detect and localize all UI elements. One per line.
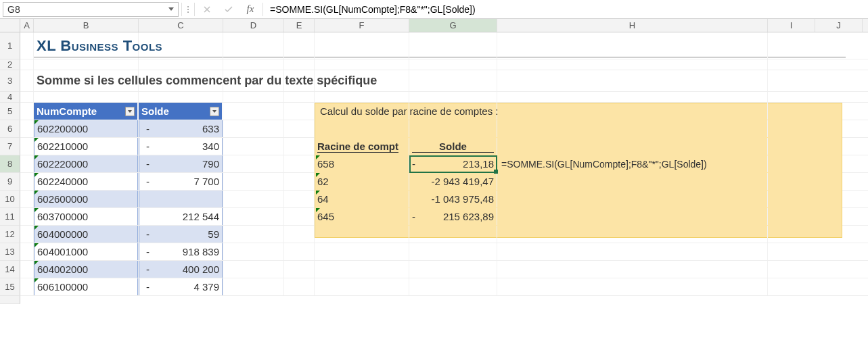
filter-icon[interactable] <box>210 107 219 116</box>
table-header-solde[interactable]: Solde <box>139 103 223 120</box>
table-row[interactable]: 604001000 <box>34 243 139 260</box>
yb-racine-cell[interactable]: 64 <box>315 191 409 207</box>
cell[interactable] <box>409 120 497 137</box>
cell[interactable] <box>315 278 409 295</box>
filter-icon[interactable] <box>125 107 135 116</box>
table-row[interactable]: 212 544 <box>139 208 223 225</box>
row-header-9[interactable]: 9 <box>0 173 20 191</box>
yb-racine-cell[interactable]: 658 <box>315 155 409 172</box>
cell[interactable] <box>497 226 768 243</box>
cell[interactable] <box>284 120 315 137</box>
yellow-box-title-cell[interactable]: Calcul du solde par racine de comptes : <box>315 103 409 120</box>
cell[interactable] <box>284 70 315 91</box>
cell[interactable] <box>223 173 284 190</box>
cell[interactable] <box>223 226 284 243</box>
yb-solde-cell[interactable]: -2 943 419,47 <box>409 173 497 190</box>
cell[interactable] <box>409 261 497 278</box>
cell[interactable] <box>497 32 768 59</box>
cell[interactable] <box>223 138 284 155</box>
cell[interactable] <box>284 243 315 260</box>
cancel-formula-button[interactable] <box>198 2 216 17</box>
name-box[interactable]: G8 <box>3 2 179 17</box>
row-header-15[interactable]: 15 <box>0 278 20 296</box>
cell[interactable] <box>409 70 497 91</box>
chevron-down-icon[interactable] <box>168 7 174 11</box>
subtitle-cell[interactable]: Somme si les cellules commencent par du … <box>34 70 139 91</box>
cell[interactable] <box>409 32 497 59</box>
table-row[interactable]: -59 <box>139 226 223 243</box>
cell[interactable] <box>284 226 315 243</box>
yb-racine-cell[interactable]: 62 <box>315 173 409 190</box>
col-header-I[interactable]: I <box>768 19 815 32</box>
cell[interactable] <box>315 59 409 70</box>
cell[interactable] <box>284 155 315 172</box>
table-row[interactable]: 604002000 <box>34 261 139 278</box>
cell[interactable] <box>223 92 284 102</box>
cell[interactable] <box>20 59 34 70</box>
cell[interactable] <box>497 278 768 295</box>
cell[interactable] <box>139 59 223 70</box>
cell[interactable] <box>139 92 223 102</box>
cell[interactable] <box>409 92 497 102</box>
row-header-12[interactable]: 12 <box>0 226 20 243</box>
yb-solde-cell[interactable]: -1 043 975,48 <box>409 191 497 207</box>
table-row[interactable]: 602600000 <box>34 191 139 207</box>
col-header-F[interactable]: F <box>315 19 409 32</box>
cell[interactable] <box>497 103 768 120</box>
row-header-14[interactable]: 14 <box>0 261 20 278</box>
table-row[interactable]: 602210000 <box>34 138 139 155</box>
cell[interactable] <box>20 32 34 59</box>
cell[interactable] <box>223 191 284 207</box>
confirm-formula-button[interactable] <box>219 2 238 17</box>
cell[interactable] <box>409 226 497 243</box>
cell[interactable] <box>20 70 34 91</box>
cell[interactable] <box>223 59 284 70</box>
cell[interactable] <box>284 278 315 295</box>
table-row[interactable]: 602220000 <box>34 155 139 172</box>
row-header-8[interactable]: 8 <box>0 155 20 173</box>
col-header-C[interactable]: C <box>139 19 223 32</box>
row-header-2[interactable]: 2 <box>0 59 20 70</box>
cell[interactable] <box>497 208 768 225</box>
cells-area[interactable]: XL Business Tools <box>20 32 868 304</box>
cell[interactable] <box>20 243 34 260</box>
table-row[interactable] <box>139 191 223 207</box>
cell[interactable] <box>284 208 315 225</box>
cell[interactable] <box>223 208 284 225</box>
cell[interactable] <box>284 173 315 190</box>
cell[interactable] <box>20 173 34 190</box>
cell[interactable] <box>20 226 34 243</box>
cell[interactable] <box>223 243 284 260</box>
cell[interactable] <box>223 103 284 120</box>
cell[interactable] <box>139 32 223 59</box>
expand-grip-icon[interactable] <box>185 6 191 13</box>
table-row[interactable]: -4 379 <box>139 278 223 295</box>
row-header-4[interactable]: 4 <box>0 92 20 103</box>
cell[interactable] <box>20 138 34 155</box>
col-header-E[interactable]: E <box>284 19 315 32</box>
yb-solde-cell-selected[interactable]: -213,18 <box>409 155 497 172</box>
table-row[interactable]: -7 700 <box>139 173 223 190</box>
cell[interactable] <box>223 261 284 278</box>
cell[interactable] <box>20 261 34 278</box>
cell[interactable] <box>284 59 315 70</box>
page-title-cell[interactable]: XL Business Tools <box>34 32 139 59</box>
cell[interactable] <box>223 70 284 91</box>
cell[interactable] <box>315 261 409 278</box>
cell[interactable] <box>315 120 409 137</box>
row-header-5[interactable]: 5 <box>0 103 20 120</box>
table-row[interactable]: 602240000 <box>34 173 139 190</box>
cell[interactable] <box>20 155 34 172</box>
cell[interactable] <box>20 92 34 102</box>
cell[interactable] <box>497 243 768 260</box>
cell[interactable] <box>315 92 409 102</box>
table-row[interactable]: -633 <box>139 120 223 137</box>
row-header-16[interactable] <box>0 296 20 304</box>
cell[interactable] <box>20 208 34 225</box>
col-header-A[interactable]: A <box>20 19 34 32</box>
cell[interactable] <box>409 243 497 260</box>
cell[interactable] <box>34 59 139 70</box>
cell[interactable] <box>284 32 315 59</box>
table-row[interactable]: -340 <box>139 138 223 155</box>
row-header-13[interactable]: 13 <box>0 243 20 261</box>
